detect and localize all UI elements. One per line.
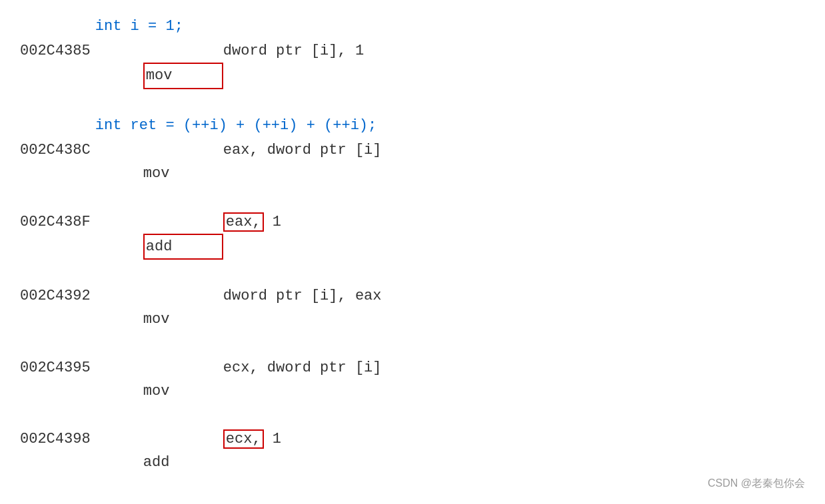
ecx-highlight: ecx, bbox=[223, 429, 264, 449]
asm-line-002C4398: 002C4398 add ecx, 1 bbox=[20, 427, 805, 498]
mnemonic-mov-1: mov bbox=[143, 63, 223, 89]
addr-002C4385: 002C4385 bbox=[20, 39, 91, 63]
operand-002C4385: dword ptr [i], 1 bbox=[223, 39, 364, 63]
operand-002C4395: ecx, dword ptr [i] bbox=[223, 356, 382, 379]
source-text-1: int i = 1; bbox=[20, 15, 183, 38]
asm-line-002C439B: 002C439B mov dword ptr [i], ecx bbox=[20, 499, 805, 504]
mnemonic-mov-3: mov bbox=[143, 308, 223, 331]
code-container: int i = 1; 002C4385 mov dword ptr [i], 1… bbox=[0, 0, 825, 504]
operand-002C438C: eax, dword ptr [i] bbox=[223, 138, 382, 162]
mnemonic-add-1: add bbox=[143, 234, 223, 260]
operand-002C438F: eax, 1 bbox=[223, 210, 281, 234]
operand-002C4398: ecx, 1 bbox=[223, 427, 281, 451]
addr-002C4398: 002C4398 bbox=[20, 427, 91, 451]
addr-002C438F: 002C438F bbox=[20, 210, 91, 234]
addr-002C438C: 002C438C bbox=[20, 138, 91, 162]
watermark: CSDN @老秦包你会 bbox=[708, 477, 805, 491]
source-line-1: int i = 1; bbox=[20, 15, 805, 38]
eax-highlight-1: eax, bbox=[223, 212, 264, 232]
asm-line-002C4385: 002C4385 mov dword ptr [i], 1 bbox=[20, 39, 805, 113]
asm-line-002C4395: 002C4395 mov ecx, dword ptr [i] bbox=[20, 356, 805, 427]
operand-002C4392: dword ptr [i], eax bbox=[223, 284, 382, 308]
mnemonic-add-2: add bbox=[143, 451, 223, 474]
asm-line-002C438F: 002C438F add eax, 1 bbox=[20, 210, 805, 284]
source-line-2: int ret = (++i) + (++i) + (++i); bbox=[20, 114, 805, 137]
addr-002C4395: 002C4395 bbox=[20, 356, 91, 379]
asm-line-002C438C: 002C438C mov eax, dword ptr [i] bbox=[20, 138, 805, 209]
operand-002C439B: dword ptr [i], ecx bbox=[223, 499, 382, 504]
source-text-2: int ret = (++i) + (++i) + (++i); bbox=[20, 114, 377, 137]
asm-line-002C4392: 002C4392 mov dword ptr [i], eax bbox=[20, 284, 805, 355]
addr-002C4392: 002C4392 bbox=[20, 284, 91, 308]
mnemonic-mov-2: mov bbox=[143, 162, 223, 185]
mnemonic-mov-4: mov bbox=[143, 379, 223, 403]
addr-002C439B: 002C439B bbox=[20, 499, 91, 504]
